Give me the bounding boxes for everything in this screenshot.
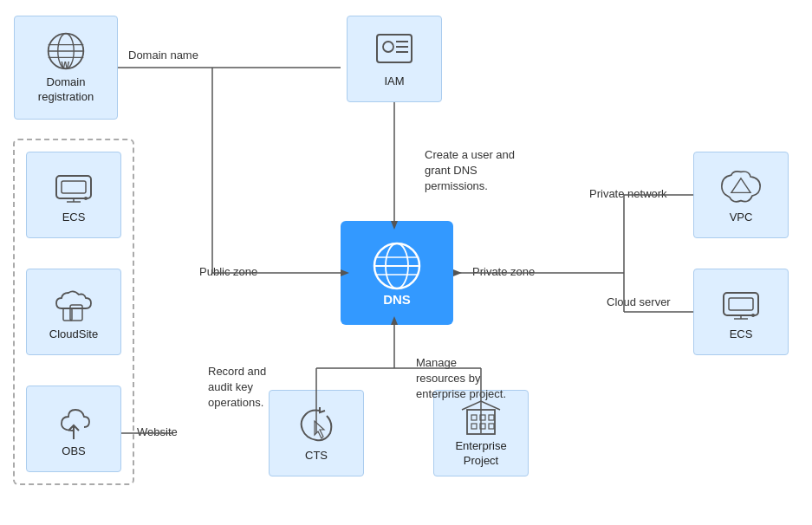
svg-rect-31 <box>467 410 495 434</box>
svg-point-27 <box>751 314 755 317</box>
cts-label: CTS <box>305 449 328 463</box>
iam-label: IAM <box>384 75 404 89</box>
cloudsite-icon <box>53 282 94 324</box>
label-create-user: Create a user and grant DNS permissions. <box>425 147 515 195</box>
label-domain-name: Domain name <box>128 48 198 63</box>
service-box-ecs-right: ECS <box>693 269 789 355</box>
svg-marker-24 <box>731 178 750 192</box>
service-box-ecs-left: ECS <box>26 152 121 238</box>
service-box-cloudsite: CloudSite <box>26 269 121 355</box>
service-box-enterprise-project: Enterprise Project <box>433 390 529 476</box>
svg-rect-37 <box>489 424 494 429</box>
service-box-obs: OBS <box>26 386 121 472</box>
dns-label: DNS <box>383 292 411 307</box>
label-cloud-server: Cloud server <box>607 295 671 310</box>
svg-rect-36 <box>480 424 485 429</box>
enterprise-project-label: Enterprise Project <box>455 439 506 469</box>
svg-rect-26 <box>729 298 753 310</box>
diagram-container: W Domain registration IAM <box>0 0 812 525</box>
enterprise-project-icon <box>460 398 502 436</box>
cts-icon <box>296 404 337 445</box>
service-box-iam: IAM <box>347 16 442 102</box>
svg-rect-6 <box>377 35 412 62</box>
ecs-right-label: ECS <box>730 327 753 342</box>
svg-text:W: W <box>61 61 69 70</box>
vpc-label: VPC <box>730 211 753 225</box>
label-website: Website <box>137 425 178 440</box>
svg-rect-34 <box>489 415 494 420</box>
svg-rect-35 <box>471 424 477 429</box>
svg-point-13 <box>84 197 88 200</box>
service-box-cts: CTS <box>269 390 364 476</box>
ecs-left-label: ECS <box>62 211 86 225</box>
service-box-domain-registration: W Domain registration <box>14 16 118 120</box>
label-public-zone: Public zone <box>199 264 257 280</box>
obs-label: OBS <box>62 444 85 459</box>
obs-icon <box>53 399 94 441</box>
label-private-zone: Private zone <box>472 264 535 280</box>
domain-registration-label: Domain registration <box>22 75 110 105</box>
service-box-vpc: VPC <box>693 152 789 238</box>
service-box-dns: DNS <box>341 221 453 325</box>
vpc-icon <box>720 165 762 207</box>
svg-point-7 <box>383 42 393 52</box>
ecs-right-icon <box>720 282 762 324</box>
ecs-left-icon <box>53 165 94 207</box>
dns-icon <box>371 240 423 292</box>
iam-icon <box>374 29 415 71</box>
svg-marker-47 <box>453 269 462 276</box>
cloudsite-label: CloudSite <box>49 327 98 342</box>
svg-rect-12 <box>62 181 86 193</box>
svg-rect-32 <box>471 415 477 420</box>
svg-marker-30 <box>315 421 324 438</box>
domain-registration-icon: W <box>45 30 87 72</box>
label-manage-resources: Manage resources by enterprise project. <box>416 355 506 403</box>
svg-rect-33 <box>480 415 485 420</box>
label-private-network: Private network <box>589 186 667 202</box>
label-record-audit: Record and audit key operations. <box>208 364 266 412</box>
